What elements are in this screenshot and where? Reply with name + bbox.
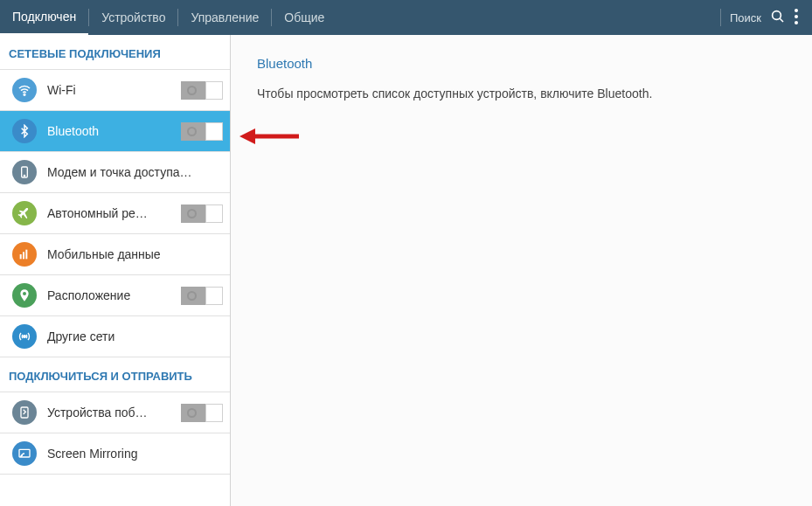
tethering-icon — [12, 160, 37, 184]
svg-point-11 — [24, 336, 26, 338]
sidebar-item-label: Screen Mirroring — [47, 447, 223, 461]
divider — [720, 9, 721, 26]
sidebar-item-label: Автономный ре… — [47, 206, 181, 220]
location-toggle[interactable] — [181, 287, 223, 305]
settings-sidebar: СЕТЕВЫЕ ПОДКЛЮЧЕНИЯ Wi-Fi Bluetooth Моде… — [0, 35, 231, 506]
sidebar-item-label: Мобильные данные — [47, 247, 223, 261]
nearby-devices-icon — [12, 400, 37, 425]
sidebar-item-tethering[interactable]: Модем и точка доступа… — [0, 152, 230, 193]
tab-general[interactable]: Общие — [272, 0, 337, 35]
airplane-icon — [12, 201, 37, 225]
content-title: Bluetooth — [257, 56, 786, 71]
search-icon[interactable] — [770, 9, 786, 27]
sidebar-item-more-networks[interactable]: Другие сети — [0, 316, 230, 357]
sidebar-item-wifi[interactable]: Wi-Fi — [0, 70, 230, 111]
section-header-connect-send: ПОДКЛЮЧИТЬСЯ И ОТПРАВИТЬ — [0, 357, 230, 392]
search-label[interactable]: Поиск — [730, 11, 761, 24]
sidebar-item-label: Модем и точка доступа… — [47, 165, 223, 179]
svg-rect-9 — [23, 252, 24, 259]
content-text: Чтобы просмотреть список доступных устро… — [257, 87, 786, 101]
location-icon — [12, 283, 37, 308]
svg-rect-8 — [20, 254, 22, 259]
overflow-menu-icon[interactable] — [795, 9, 798, 27]
svg-rect-10 — [25, 250, 27, 260]
sidebar-item-screen-mirroring[interactable]: Screen Mirroring — [0, 433, 230, 475]
sidebar-item-label: Wi-Fi — [47, 83, 181, 97]
svg-line-1 — [780, 18, 783, 22]
nearby-devices-toggle[interactable] — [181, 404, 223, 422]
header-tabs: Подключен Устройство Управление Общие — [0, 0, 720, 35]
tab-device[interactable]: Устройство — [89, 0, 177, 35]
airplane-toggle[interactable] — [181, 204, 223, 223]
sidebar-item-location[interactable]: Расположение — [0, 275, 230, 316]
sidebar-item-label: Устройства поб… — [47, 405, 181, 419]
svg-point-4 — [795, 21, 798, 24]
svg-point-0 — [773, 10, 781, 19]
screen-mirroring-icon — [12, 441, 37, 466]
tab-controls[interactable]: Управление — [178, 0, 271, 35]
svg-point-2 — [795, 9, 798, 12]
svg-point-7 — [24, 175, 24, 176]
svg-point-3 — [795, 15, 798, 18]
mobile-data-icon — [12, 242, 37, 267]
sidebar-item-label: Другие сети — [47, 329, 223, 343]
header-actions: Поиск — [720, 9, 812, 27]
sidebar-item-bluetooth[interactable]: Bluetooth — [0, 111, 230, 152]
more-networks-icon — [12, 324, 37, 349]
sidebar-item-label: Bluetooth — [47, 124, 181, 138]
sidebar-item-label: Расположение — [47, 288, 181, 302]
wifi-icon — [12, 78, 37, 102]
bluetooth-toggle[interactable] — [181, 122, 223, 141]
bluetooth-icon — [12, 119, 37, 143]
sidebar-item-airplane[interactable]: Автономный ре… — [0, 193, 230, 234]
section-header-network: СЕТЕВЫЕ ПОДКЛЮЧЕНИЯ — [0, 35, 230, 70]
sidebar-item-mobile-data[interactable]: Мобильные данные — [0, 234, 230, 275]
svg-point-5 — [24, 94, 25, 96]
wifi-toggle[interactable] — [181, 81, 223, 100]
app-header: Подключен Устройство Управление Общие По… — [0, 0, 812, 35]
tab-connections[interactable]: Подключен — [0, 0, 88, 35]
content-panel: Bluetooth Чтобы просмотреть список досту… — [231, 35, 812, 506]
sidebar-item-nearby-devices[interactable]: Устройства поб… — [0, 392, 230, 433]
